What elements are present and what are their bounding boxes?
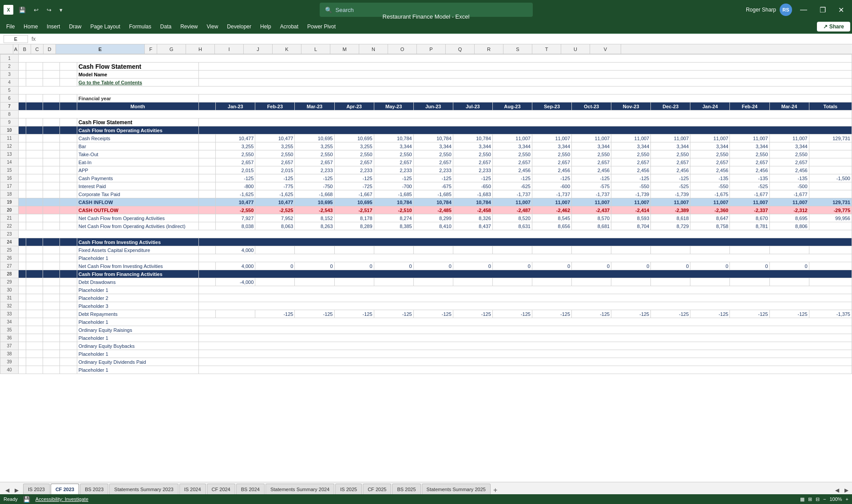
table-row: 36 Placeholder 1 — [0, 334, 852, 342]
user-avatar: RS — [780, 4, 792, 16]
tab-bs2024[interactable]: BS 2024 — [236, 484, 265, 494]
tab-cf2023[interactable]: CF 2023 — [51, 484, 79, 494]
search-icon: 🔍 — [325, 7, 332, 13]
cash-flow-statement-subtitle: Cash Flow Statement — [77, 118, 198, 126]
col-G[interactable]: G — [157, 44, 186, 54]
col-Q[interactable]: Q — [446, 44, 475, 54]
menu-acrobat[interactable]: Acrobat — [276, 22, 303, 32]
col-J[interactable]: J — [244, 44, 273, 54]
col-L[interactable]: L — [301, 44, 330, 54]
table-row: 40 Placeholder 1 — [0, 366, 852, 374]
col-M[interactable]: M — [330, 44, 359, 54]
undo-button[interactable]: ↩ — [31, 5, 41, 15]
table-row: 1 — [0, 55, 852, 63]
section-operating-label: Cash Flow from Operating Activities — [77, 126, 198, 134]
col-B[interactable]: B — [19, 44, 31, 54]
col-U[interactable]: U — [561, 44, 590, 54]
col-C[interactable]: C — [31, 44, 44, 54]
table-row: 11 Cash Receipts 10,477 10,477 10,695 10… — [0, 134, 852, 142]
excel-icon: X — [4, 5, 13, 15]
tab-cf2025[interactable]: CF 2025 — [363, 484, 391, 494]
tab-is2023[interactable]: IS 2023 — [23, 484, 50, 494]
tab-bs2023[interactable]: BS 2023 — [80, 484, 108, 494]
cash-outflow-row: 20 CASH OUTFLOW -2,550 -2,525 -2,543 -2,… — [0, 206, 852, 214]
save-button[interactable]: 💾 — [16, 5, 28, 15]
page-layout-icon[interactable]: ⊞ — [808, 496, 812, 502]
menu-bar: File Home Insert Draw Page Layout Formul… — [0, 20, 852, 34]
normal-view-icon[interactable]: ▦ — [800, 496, 804, 502]
close-button[interactable]: ✕ — [834, 4, 848, 16]
page-break-icon[interactable]: ⊟ — [816, 496, 820, 502]
minimize-button[interactable]: — — [796, 4, 812, 16]
col-A[interactable]: A — [13, 44, 19, 54]
customize-qat-button[interactable]: ▾ — [57, 5, 65, 15]
formula-input[interactable] — [39, 36, 848, 42]
col-T[interactable]: T — [532, 44, 561, 54]
tab-is2024[interactable]: IS 2024 — [179, 484, 206, 494]
table-row: 32 Placeholder 3 — [0, 302, 852, 310]
header-row: 7 Month Jan-23 Feb-23 Mar-23 Apr-23 May-… — [0, 102, 852, 110]
cell-reference-input[interactable] — [4, 35, 28, 43]
col-D[interactable]: D — [44, 44, 56, 54]
col-V[interactable]: V — [590, 44, 621, 54]
table-row: 33 Debt Repayments -125 -125 -125 -125 -… — [0, 310, 852, 318]
tab-statements2023[interactable]: Statements Summary 2023 — [109, 484, 178, 494]
col-E[interactable]: E — [56, 44, 145, 54]
section-operating-row: 10 Cash Flow from Operating Activities — [0, 126, 852, 134]
col-P[interactable]: P — [417, 44, 446, 54]
search-box[interactable]: 🔍 Search — [320, 3, 533, 17]
tab-bs2025[interactable]: BS 2025 — [392, 484, 420, 494]
scrollbar-left[interactable]: ◀ — [833, 486, 841, 494]
menu-pagelayout[interactable]: Page Layout — [86, 22, 124, 32]
sheet-tabs: ◀ ▶ IS 2023 CF 2023 BS 2023 Statements S… — [0, 482, 852, 494]
scrollbar-right[interactable]: ▶ — [843, 486, 850, 494]
menu-powerpivot[interactable]: Power Pivot — [303, 22, 340, 32]
col-N[interactable]: N — [359, 44, 388, 54]
financial-year-label: Financial year — [77, 94, 198, 102]
col-O[interactable]: O — [388, 44, 417, 54]
col-R[interactable]: R — [475, 44, 503, 54]
tab-next-button[interactable]: ▶ — [13, 486, 20, 494]
title-bar: X 💾 ↩ ↪ ▾ 🔍 Search Restaurant Finance Mo… — [0, 0, 852, 20]
title-bar-right: Roger Sharp RS — ❐ ✕ — [746, 4, 848, 16]
add-sheet-button[interactable]: + — [491, 486, 499, 494]
tab-cf2024[interactable]: CF 2024 — [207, 484, 235, 494]
cash-inflow-row: 19 CASH INFLOW 10,477 10,477 10,695 10,6… — [0, 198, 852, 206]
table-row: 35 Ordinary Equity Raisings — [0, 326, 852, 334]
restore-button[interactable]: ❐ — [815, 4, 830, 16]
tab-statements2024[interactable]: Statements Summary 2024 — [266, 484, 334, 494]
section-investing-row: 24 Cash Flow from Investing Activities — [0, 238, 852, 246]
col-K[interactable]: K — [273, 44, 301, 54]
menu-developer[interactable]: Developer — [222, 22, 256, 32]
menu-home[interactable]: Home — [19, 22, 42, 32]
redo-button[interactable]: ↪ — [44, 5, 54, 15]
col-I[interactable]: I — [215, 44, 244, 54]
tab-statements2025[interactable]: Statements Summary 2025 — [422, 484, 491, 494]
column-headers: A B C D E F G H I J K L M N O P Q R S T … — [0, 44, 852, 54]
table-row: 21 Net Cash Flow from Operating Activiti… — [0, 214, 852, 222]
goto-toc-link[interactable]: Go to the Table of Contents — [77, 79, 198, 87]
menu-file[interactable]: File — [2, 22, 19, 32]
menu-insert[interactable]: Insert — [42, 22, 64, 32]
tab-prev-button[interactable]: ◀ — [4, 486, 11, 494]
menu-data[interactable]: Data — [156, 22, 176, 32]
spreadsheet-table: 1 2 Cash Flow Statement 3 Model Name 4 G… — [0, 54, 852, 374]
tab-nav-controls: ◀ ▶ — [2, 486, 22, 494]
zoom-out-icon[interactable]: − — [823, 496, 826, 502]
tab-is2025[interactable]: IS 2025 — [335, 484, 362, 494]
model-name-label: Model Name — [77, 71, 198, 79]
col-S[interactable]: S — [503, 44, 532, 54]
month-header: Month — [77, 102, 198, 110]
menu-review[interactable]: Review — [176, 22, 202, 32]
col-H[interactable]: H — [186, 44, 215, 54]
menu-view[interactable]: View — [202, 22, 223, 32]
menu-draw[interactable]: Draw — [64, 22, 86, 32]
col-F[interactable]: F — [145, 44, 157, 54]
menu-help[interactable]: Help — [256, 22, 276, 32]
fx-label: fx — [32, 36, 36, 42]
menu-formulas[interactable]: Formulas — [125, 22, 156, 32]
zoom-level: 100% — [829, 496, 842, 502]
table-row: 9 Cash Flow Statement — [0, 118, 852, 126]
share-button[interactable]: ↗ Share — [817, 22, 850, 32]
zoom-in-icon[interactable]: + — [846, 496, 848, 502]
